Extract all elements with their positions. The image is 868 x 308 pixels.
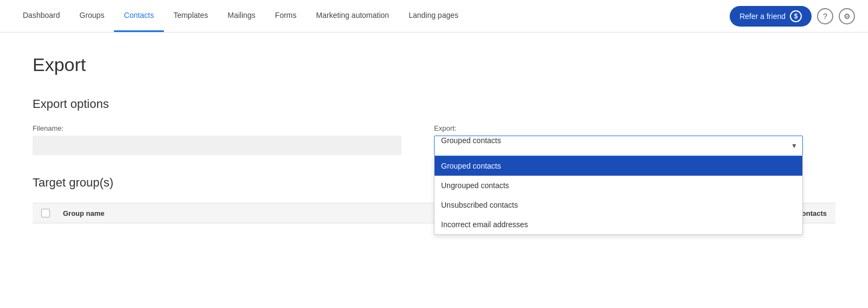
nav-item-contacts[interactable]: Contacts [114, 0, 163, 32]
main-content: Export Export options Filename: Export: … [0, 33, 868, 245]
export-field-group: Export: Grouped contacts ▼ Grouped conta… [434, 124, 803, 156]
navbar: DashboardGroupsContactsTemplatesMailings… [0, 0, 868, 33]
export-dropdown-options: Grouped contactsUngrouped contactsUnsubs… [434, 156, 803, 235]
nav-item-templates[interactable]: Templates [164, 0, 218, 32]
nav-links: DashboardGroupsContactsTemplatesMailings… [13, 0, 468, 32]
export-options-title: Export options [33, 97, 835, 111]
dropdown-option-ungrouped[interactable]: Ungrouped contacts [435, 176, 802, 195]
nav-right: Refer a friend $ ? ⚙ [730, 6, 855, 27]
export-dropdown-select[interactable]: Grouped contacts [434, 136, 803, 156]
nav-item-dashboard[interactable]: Dashboard [13, 0, 70, 32]
nav-item-mailings[interactable]: Mailings [218, 0, 265, 32]
filename-label: Filename: [33, 124, 401, 132]
settings-icon[interactable]: ⚙ [839, 8, 855, 24]
refer-friend-button[interactable]: Refer a friend $ [730, 6, 812, 27]
dropdown-option-unsubscribed[interactable]: Unsubscribed contacts [435, 195, 802, 215]
page-title: Export [33, 54, 835, 75]
nav-item-groups[interactable]: Groups [70, 0, 114, 32]
nav-item-marketing-automation[interactable]: Marketing automation [307, 0, 399, 32]
export-label: Export: [434, 124, 803, 132]
dropdown-option-grouped[interactable]: Grouped contacts [435, 156, 802, 176]
dropdown-option-incorrect[interactable]: Incorrect email addresses [435, 215, 802, 234]
nav-item-landing-pages[interactable]: Landing pages [399, 0, 468, 32]
help-icon[interactable]: ? [817, 8, 833, 24]
nav-item-forms[interactable]: Forms [265, 0, 307, 32]
export-options-row: Filename: Export: Grouped contacts ▼ Gro… [33, 124, 835, 156]
filename-input[interactable] [33, 136, 401, 155]
export-dropdown-container: Grouped contacts ▼ Grouped contactsUngro… [434, 136, 803, 156]
header-checkbox-col [41, 209, 63, 217]
export-selected-value: Grouped contacts [441, 136, 501, 145]
filename-field-group: Filename: [33, 124, 401, 155]
dollar-icon: $ [790, 10, 802, 22]
select-all-checkbox[interactable] [41, 209, 50, 217]
refer-friend-label: Refer a friend [739, 12, 786, 21]
